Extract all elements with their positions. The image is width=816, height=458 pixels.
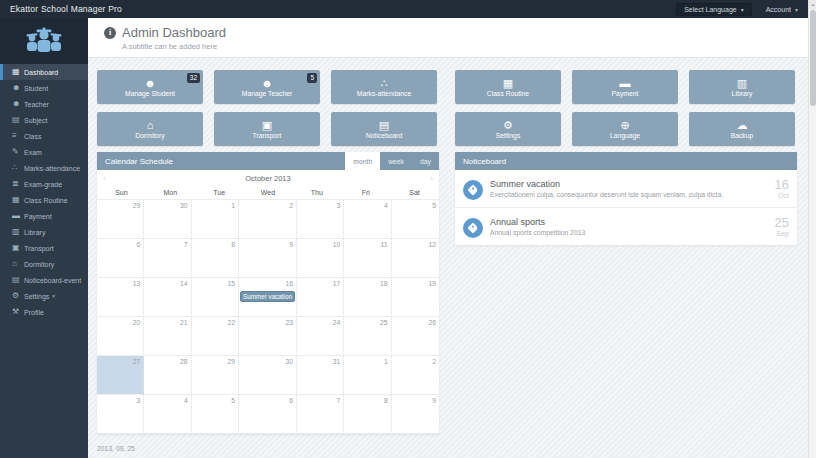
scroll-up-icon[interactable]: ▲ xyxy=(809,0,816,9)
calendar-cell[interactable]: 3 xyxy=(297,200,344,239)
tile-library[interactable]: ▥Library xyxy=(689,70,795,104)
sidebar-item-profile[interactable]: ⚒Profile xyxy=(0,304,88,320)
noticeboard-icon: ▤ xyxy=(12,276,24,284)
calendar-day-headers: SunMonTueWedThuFriSat xyxy=(97,186,439,199)
calendar-cell[interactable]: 31 xyxy=(297,356,344,395)
notice-item[interactable]: Summer vacationExercitationem culpa, con… xyxy=(455,170,797,208)
notice-item[interactable]: Annual sportsAnnual sports competition 2… xyxy=(455,208,797,245)
calendar-cell[interactable]: 7 xyxy=(144,239,191,278)
calendar-cell[interactable]: 23 xyxy=(239,317,297,356)
calendar-cell[interactable]: 9 xyxy=(239,239,297,278)
view-month-button[interactable]: month xyxy=(345,152,380,170)
calendar-cell[interactable]: 8 xyxy=(192,239,239,278)
calendar-cell[interactable]: 24 xyxy=(297,317,344,356)
tile-manage-teacher[interactable]: 5☻Manage Teacher xyxy=(214,70,320,104)
calendar-cell[interactable]: 29 xyxy=(192,356,239,395)
calendar-cell[interactable]: 27 xyxy=(97,356,144,395)
sidebar-item-library[interactable]: ▥Library xyxy=(0,224,88,240)
sidebar-item-settings[interactable]: ⚙Settings▾ xyxy=(0,288,88,304)
sidebar-item-subject[interactable]: ▤Subject xyxy=(0,112,88,128)
scrollbar-thumb[interactable] xyxy=(810,10,816,106)
notice-body: Summer vacationExercitationem culpa, con… xyxy=(490,178,756,198)
calendar-cell[interactable]: 30 xyxy=(239,356,297,395)
sidebar-item-class-routine[interactable]: ▦Class Routine xyxy=(0,192,88,208)
tile-manage-student[interactable]: 32☻Manage Student xyxy=(97,70,203,104)
view-week-button[interactable]: week xyxy=(380,152,412,170)
sidebar-item-noticeboard-event[interactable]: ▤Noticeboard-event xyxy=(0,272,88,288)
calendar-cell[interactable]: 3 xyxy=(97,395,144,434)
calendar-cell[interactable]: 9 xyxy=(392,395,439,434)
calendar-cell[interactable]: 5 xyxy=(192,395,239,434)
tile-class-routine[interactable]: ▦Class Routine xyxy=(455,70,561,104)
calendar-cell[interactable]: 21 xyxy=(144,317,191,356)
day-header: Tue xyxy=(195,186,244,199)
calendar-cell[interactable]: 20 xyxy=(97,317,144,356)
sidebar-item-payment[interactable]: ▬Payment xyxy=(0,208,88,224)
tile-marks-attendance[interactable]: ∴Marks-attendance xyxy=(331,70,437,104)
view-day-button[interactable]: day xyxy=(412,152,439,170)
calendar-date-number: 15 xyxy=(227,280,235,287)
calendar-cell[interactable]: 6 xyxy=(239,395,297,434)
tile-label: Dormitory xyxy=(135,132,164,139)
calendar-cell[interactable]: 10 xyxy=(297,239,344,278)
sidebar-item-dashboard[interactable]: ▦Dashboard xyxy=(0,64,88,80)
calendar-cell[interactable]: 13 xyxy=(97,278,144,317)
calendar-cell[interactable]: 2 xyxy=(239,200,297,239)
day-header: Thu xyxy=(292,186,341,199)
calendar-cell[interactable]: 26 xyxy=(392,317,439,356)
tile-noticeboard[interactable]: ▤Noticeboard xyxy=(331,112,437,146)
tile-backup[interactable]: ☁Backup xyxy=(689,112,795,146)
calendar-cell[interactable]: 1 xyxy=(192,200,239,239)
calendar-cell[interactable]: 17 xyxy=(297,278,344,317)
calendar-cell[interactable]: 18 xyxy=(344,278,391,317)
calendar-cell[interactable]: 1 xyxy=(344,356,391,395)
calendar-cell[interactable]: 19 xyxy=(392,278,439,317)
calendar-cell[interactable]: 5 xyxy=(392,200,439,239)
calendar-cell[interactable]: 22 xyxy=(192,317,239,356)
sidebar-item-class[interactable]: ≡Class xyxy=(0,128,88,144)
account-button[interactable]: Account ▾ xyxy=(766,6,798,13)
calendar-date-number: 29 xyxy=(227,358,235,365)
select-language-button[interactable]: Select Language ▾ xyxy=(676,3,752,16)
sidebar-item-marks-attendance[interactable]: ∴Marks-attendance xyxy=(0,160,88,176)
calendar-cell[interactable]: 29 xyxy=(97,200,144,239)
calendar-cell[interactable]: 6 xyxy=(97,239,144,278)
sidebar-item-transport[interactable]: ▣Transport xyxy=(0,240,88,256)
sidebar-item-exam-grade[interactable]: ≣Exam-grade xyxy=(0,176,88,192)
next-month-icon[interactable]: › xyxy=(430,174,433,183)
calendar-cell[interactable]: 11 xyxy=(344,239,391,278)
tile-settings[interactable]: ⚙Settings xyxy=(455,112,561,146)
calendar-cell[interactable]: 15 xyxy=(192,278,239,317)
calendar-cell[interactable]: 16Summer vacation xyxy=(239,278,297,317)
sidebar-item-student[interactable]: ☻Student xyxy=(0,80,88,96)
calendar-cell[interactable]: 4 xyxy=(144,395,191,434)
sidebar-item-dormitory[interactable]: ⌂Dormitory xyxy=(0,256,88,272)
calendar-date-number: 8 xyxy=(231,241,235,248)
calendar-event-badge[interactable]: Summer vacation xyxy=(240,291,295,302)
calendar-cell[interactable]: 2 xyxy=(392,356,439,395)
payment-icon: ▬ xyxy=(620,78,631,89)
vertical-scrollbar[interactable]: ▲ xyxy=(808,0,816,458)
calendar-cell[interactable]: 7 xyxy=(297,395,344,434)
calendar-date-number: 24 xyxy=(333,319,341,326)
tag-icon xyxy=(463,180,483,200)
calendar-cell[interactable]: 28 xyxy=(144,356,191,395)
calendar-cell[interactable]: 8 xyxy=(344,395,391,434)
calendar-date-number: 12 xyxy=(428,241,436,248)
sidebar-item-teacher[interactable]: ☻Teacher xyxy=(0,96,88,112)
tile-payment[interactable]: ▬Payment xyxy=(572,70,678,104)
page-header: i Admin Dashboard A subtitle can be adde… xyxy=(88,18,808,58)
tile-dormitory[interactable]: ⌂Dormitory xyxy=(97,112,203,146)
calendar-cell[interactable]: 30 xyxy=(144,200,191,239)
calendar-cell[interactable]: 4 xyxy=(344,200,391,239)
day-header: Fri xyxy=(341,186,390,199)
tile-language[interactable]: ⊕Language xyxy=(572,112,678,146)
tile-transport[interactable]: ▣Transport xyxy=(214,112,320,146)
calendar-cell[interactable]: 25 xyxy=(344,317,391,356)
calendar-cell[interactable]: 12 xyxy=(392,239,439,278)
sidebar-item-exam[interactable]: ✎Exam xyxy=(0,144,88,160)
prev-month-icon[interactable]: ‹ xyxy=(103,174,106,183)
calendar-view-switch: month week day xyxy=(345,152,439,170)
student-icon: ☻ xyxy=(12,84,24,92)
calendar-cell[interactable]: 14 xyxy=(144,278,191,317)
